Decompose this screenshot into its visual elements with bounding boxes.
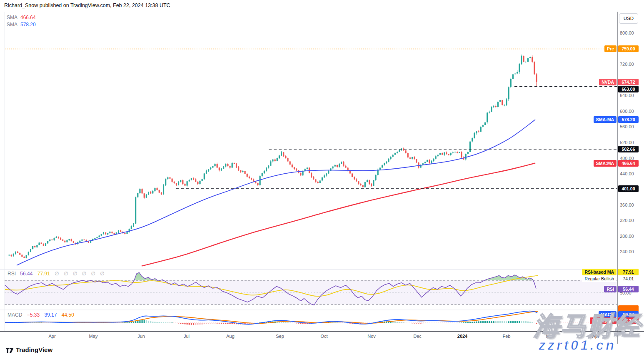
rsi-value: 56.44 <box>20 271 32 277</box>
macd-line-value: 39.17 <box>44 312 57 318</box>
sma-fast-value: 578.20 <box>20 22 36 27</box>
macd-hist-value: −5.33 <box>27 312 40 318</box>
sma-slow-value: 466.64 <box>20 15 36 20</box>
sma-legend: SMA466.64 SMA578.20 <box>7 14 36 28</box>
sma-slow-label: SMA <box>7 15 17 20</box>
chart-canvas[interactable] <box>0 0 644 357</box>
sma-fast-legend-row: SMA578.20 <box>7 21 36 28</box>
macd-label: MACD <box>7 312 22 318</box>
sma-fast-label: SMA <box>7 22 17 27</box>
currency-toggle-button[interactable]: USD <box>619 13 638 24</box>
rsi-empty-params: ∅ ∅ ∅ ∅ ∅ ∅ <box>55 271 106 277</box>
sma-slow-legend-row: SMA466.64 <box>7 14 36 21</box>
macd-legend: MACD −5.33 39.17 44.50 <box>7 312 77 318</box>
rsi-label: RSI <box>7 271 16 277</box>
rsi-legend: RSI 56.44 77.91 ∅ ∅ ∅ ∅ ∅ ∅ <box>7 271 106 277</box>
tradingview-logo-icon[interactable] <box>6 347 14 354</box>
rsi-ma-value: 77.91 <box>37 271 50 277</box>
watermark-url: zzrt01.cn <box>539 337 616 353</box>
tradingview-brand[interactable]: TradingView <box>16 346 52 353</box>
macd-signal-value: 44.50 <box>62 312 74 318</box>
tradingview-published-chart: Richard_Snow published on TradingView.co… <box>0 0 644 357</box>
